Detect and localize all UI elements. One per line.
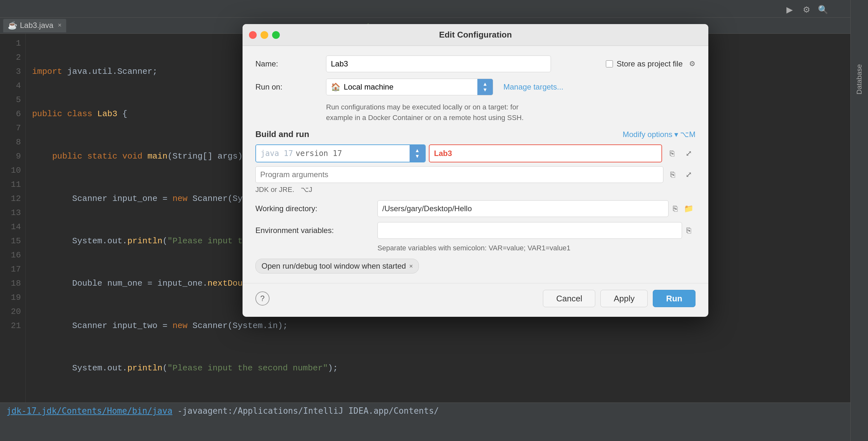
working-directory-label: Working directory:	[255, 204, 377, 213]
line-num-19: 19	[0, 291, 21, 305]
line-num-11: 11	[0, 177, 21, 192]
toolbar-icons: ▶ ⚙ 🔍	[783, 3, 830, 16]
dialog-body: Name: Store as project file ⚙ Run on: 🏠 …	[243, 46, 708, 283]
house-icon: 🏠	[331, 82, 341, 92]
line-num-16: 16	[0, 248, 21, 262]
program-args-row: ⎘ ⤢	[255, 166, 695, 183]
open-run-debug-tag-close-icon[interactable]: ×	[409, 263, 413, 270]
manage-targets-link[interactable]: Manage targets...	[503, 82, 563, 92]
line-num-12: 12	[0, 192, 21, 206]
toolbar-icon-2[interactable]: ⚙	[800, 3, 813, 16]
code-line-8: System.out.println("Please input the sec…	[32, 361, 475, 375]
line-num-5: 5	[0, 93, 21, 107]
tab-close-icon[interactable]: ×	[58, 22, 62, 29]
line-num-15: 15	[0, 234, 21, 248]
java-file-icon: ☕	[8, 21, 17, 30]
run-on-value: Local machine	[344, 82, 394, 92]
name-label: Name:	[255, 59, 326, 68]
top-toolbar: ▶ ⚙ 🔍	[0, 0, 868, 18]
name-input[interactable]	[326, 56, 551, 72]
line-num-3: 3	[0, 65, 21, 79]
working-dir-browse-icon[interactable]: 📁	[682, 202, 695, 215]
edit-configuration-dialog: Edit Configuration Name: Store as projec…	[243, 24, 708, 317]
modify-options-chevron-icon: ▾	[674, 130, 678, 139]
line-num-13: 13	[0, 206, 21, 220]
module-input[interactable]	[429, 144, 662, 162]
line-num-9: 9	[0, 149, 21, 163]
help-button[interactable]: ?	[255, 292, 270, 306]
line-num-6: 6	[0, 107, 21, 121]
jdk-hint-shortcut: ⌥J	[301, 185, 312, 194]
tags-area: Open run/debug tool window when started …	[255, 259, 695, 273]
run-on-select-wrapper: 🏠 Local machine ▲ ▼ Manage targets...	[326, 79, 695, 95]
jdk-details: version 17	[296, 149, 342, 158]
build-jdk-row: java 17 version 17 ▲ ▼ ⎘ ⤢	[255, 144, 695, 162]
toolbar-icon-1[interactable]: ▶	[783, 3, 796, 16]
line-num-7: 7	[0, 121, 21, 135]
open-run-debug-tag-label: Open run/debug tool window when started	[261, 262, 406, 271]
status-bar: jdk-17.jdk/Contents/Home/bin/java -javaa…	[0, 403, 868, 441]
tab-label: Lab3.java	[20, 21, 53, 30]
env-var-copy-icon[interactable]: ⎘	[682, 224, 695, 237]
jdk-hint: JDK or JRE. ⌥J	[255, 185, 695, 194]
jdk-label: java 17	[260, 149, 293, 158]
dialog-title: Edit Configuration	[439, 30, 512, 40]
line-num-17: 17	[0, 262, 21, 276]
build-and-run-section-header: Build and run Modify options ▾ ⌥M	[255, 129, 695, 139]
jdk-arrows[interactable]: ▲ ▼	[410, 145, 425, 162]
working-directory-row: Working directory: ⎘ 📁	[255, 200, 695, 217]
toolbar-icon-3[interactable]: 🔍	[816, 3, 830, 16]
run-on-select-box[interactable]: 🏠 Local machine ▲ ▼	[326, 79, 493, 95]
env-hint: Separate variables with semicolon: VAR=v…	[377, 244, 695, 252]
working-directory-input[interactable]	[377, 200, 669, 217]
line-num-1: 1	[0, 36, 21, 50]
line-num-10: 10	[0, 163, 21, 177]
build-and-run-title: Build and run	[255, 129, 309, 139]
name-row: Name: Store as project file ⚙	[255, 56, 695, 72]
store-settings-gear-icon[interactable]: ⚙	[689, 60, 695, 68]
run-on-hint: Run configurations may be executed local…	[326, 102, 695, 123]
prog-args-expand-icon[interactable]: ⤢	[682, 168, 695, 181]
minimize-traffic-light[interactable]	[260, 31, 268, 39]
prog-args-copy-icon[interactable]: ⎘	[666, 168, 679, 181]
jdk-select-wrapper[interactable]: java 17 version 17 ▲ ▼	[255, 144, 426, 162]
modify-options-label: Modify options	[623, 130, 672, 139]
line-num-4: 4	[0, 79, 21, 93]
run-on-arrows[interactable]: ▲ ▼	[477, 79, 493, 95]
traffic-lights	[249, 31, 280, 39]
open-run-debug-tag: Open run/debug tool window when started …	[255, 259, 419, 273]
env-variables-row: Environment variables: ⎘	[255, 222, 695, 239]
modify-options-link[interactable]: Modify options ▾ ⌥M	[623, 130, 695, 139]
line-numbers: 1 2 3 4 5 6 7 8 9 10 11 12 13 14 15 16 1…	[0, 34, 26, 403]
jdk-select-text: java 17 version 17	[256, 145, 410, 162]
close-traffic-light[interactable]	[249, 31, 257, 39]
working-dir-copy-icon[interactable]: ⎘	[669, 202, 682, 215]
line-num-18: 18	[0, 276, 21, 291]
dialog-footer: ? Cancel Apply Run	[243, 283, 708, 317]
module-expand-icon[interactable]: ⤢	[682, 147, 695, 160]
sidebar-database-label[interactable]: Database	[855, 64, 864, 94]
jdk-hint-text: JDK or JRE.	[255, 185, 294, 194]
cancel-button[interactable]: Cancel	[543, 290, 595, 307]
program-args-input[interactable]	[255, 166, 663, 183]
module-copy-icon[interactable]: ⎘	[665, 147, 679, 160]
store-as-project-file-checkbox[interactable]	[606, 60, 613, 67]
code-line-7: Scanner input_two = new Scanner(System.i…	[32, 319, 475, 333]
line-num-8: 8	[0, 135, 21, 149]
fullscreen-traffic-light[interactable]	[272, 31, 280, 39]
line-num-20: 20	[0, 305, 21, 319]
store-as-project-file-label: Store as project file	[617, 59, 683, 68]
status-path-cont: -javaagent:/Applications/IntelliJ IDEA.a…	[173, 406, 439, 416]
tab-lab3[interactable]: ☕ Lab3.java ×	[3, 19, 66, 32]
line-num-21: 21	[0, 319, 21, 333]
run-on-select-text: 🏠 Local machine	[327, 79, 477, 95]
env-variables-label: Environment variables:	[255, 226, 377, 235]
modify-options-shortcut: ⌥M	[680, 130, 695, 139]
status-path[interactable]: jdk-17.jdk/Contents/Home/bin/java	[6, 406, 173, 416]
apply-button[interactable]: Apply	[600, 290, 648, 307]
run-button[interactable]: Run	[653, 290, 695, 307]
line-num-2: 2	[0, 50, 21, 65]
line-num-14: 14	[0, 220, 21, 234]
run-on-row: Run on: 🏠 Local machine ▲ ▼ Manage targe…	[255, 79, 695, 95]
env-variables-input[interactable]	[377, 222, 682, 239]
